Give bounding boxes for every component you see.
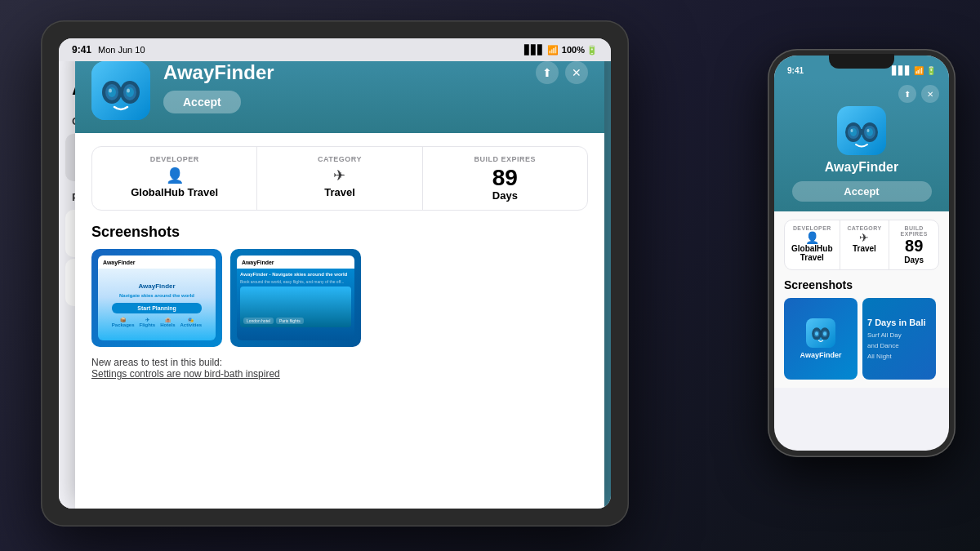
- svg-point-17: [127, 89, 130, 93]
- battery-indicator: 100% 🔋: [562, 45, 598, 56]
- screenshots-title: Screenshots: [91, 224, 588, 241]
- iphone-meta-category: CATEGORY ✈ Travel: [840, 220, 890, 269]
- iphone-ss-sub1: Surf All Day: [867, 331, 931, 339]
- ipad-date: Mon Jun 10: [98, 45, 145, 55]
- signal-icon: ▋▋▋: [524, 45, 544, 56]
- iphone-app-name: AwayFinder: [825, 160, 898, 175]
- meta-category-icon: ✈: [269, 167, 410, 184]
- meta-build-expires-num: 89: [434, 167, 576, 189]
- modal-body: DEVELOPER 👤 GlobalHub Travel CATEGORY ✈ …: [75, 133, 604, 503]
- meta-build-expires: BUILD EXPIRES 89 Days: [423, 147, 587, 210]
- modal-close-button[interactable]: ✕: [565, 61, 588, 84]
- iphone-modal-header: ⬆ ✕: [774, 78, 949, 211]
- iphone-meta: DEVELOPER 👤 GlobalHub Travel CATEGORY ✈ …: [784, 220, 939, 270]
- iphone-ss-logo: [806, 318, 835, 348]
- svg-point-26: [851, 129, 853, 132]
- scene: 9:41 Mon Jun 10 ▋▋▋ 📶 100% 🔋 Apps JA: [0, 0, 980, 551]
- iphone-wifi: 📶: [914, 66, 924, 75]
- ss-topbar-1: AwayFinder: [98, 256, 216, 269]
- modal-share-button[interactable]: ⬆: [536, 61, 559, 84]
- iphone-ss-brand: AwayFinder: [800, 351, 842, 359]
- ipad-time: 9:41: [72, 44, 91, 56]
- modal-meta: DEVELOPER 👤 GlobalHub Travel CATEGORY ✈ …: [91, 146, 588, 211]
- iphone-notch: [829, 54, 894, 69]
- battery-icon: 🔋: [586, 45, 598, 56]
- iphone-share-button[interactable]: ⬆: [898, 85, 916, 103]
- ipad-modal: AwayFinder Accept ⬆ ✕ DEVELOPER 👤 Global…: [75, 45, 604, 509]
- iphone-screenshots-row: AwayFinder 7 Days in Bali Surf All Day a…: [784, 298, 939, 380]
- iphone-status-icons: ▋▋▋ 📶 🔋: [892, 66, 936, 75]
- meta-build-expires-label: BUILD EXPIRES: [434, 155, 576, 163]
- iphone-meta-build-expires: BUILD EXPIRES 89 Days: [889, 220, 938, 269]
- ipad-statusbar: 9:41 Mon Jun 10 ▋▋▋ 📶 100% 🔋: [59, 38, 611, 61]
- ss-content-2: AwayFinder - Navigate skies around the w…: [237, 269, 354, 340]
- wifi-icon: 📶: [547, 45, 559, 56]
- iphone-ss-sub3: All Night: [867, 353, 931, 360]
- modal-app-icon: [91, 61, 150, 120]
- iphone-screenshot-1: AwayFinder: [784, 298, 858, 380]
- modal-app-info: AwayFinder Accept: [163, 61, 523, 113]
- iphone-accept-button[interactable]: Accept: [792, 181, 932, 202]
- screenshot-1: AwayFinder AwayFinder Navigate skies aro…: [91, 249, 222, 347]
- iphone-device: 9:41 ▋▋▋ 📶 🔋 ⬆ ✕: [768, 49, 956, 457]
- ipad-status-icons: ▋▋▋ 📶 100% 🔋: [524, 45, 598, 56]
- iphone-battery: 🔋: [926, 66, 936, 75]
- ipad-screen: 9:41 Mon Jun 10 ▋▋▋ 📶 100% 🔋 Apps JA: [59, 38, 611, 509]
- ss-content-1: AwayFinder Navigate skies around the wor…: [98, 269, 216, 340]
- modal-app-name: AwayFinder: [163, 61, 523, 84]
- iphone-screen: 9:41 ▋▋▋ 📶 🔋 ⬆ ✕: [774, 56, 949, 451]
- meta-build-expires-days: Days: [434, 189, 576, 202]
- iphone-close-button[interactable]: ✕: [921, 85, 939, 103]
- iphone-signal: ▋▋▋: [892, 66, 911, 75]
- meta-developer: DEVELOPER 👤 GlobalHub Travel: [92, 147, 257, 210]
- iphone-meta-developer: DEVELOPER 👤 GlobalHub Travel: [785, 220, 840, 269]
- ss-topbar-2: AwayFinder: [237, 256, 354, 269]
- meta-developer-label: DEVELOPER: [104, 155, 245, 163]
- svg-point-14: [108, 87, 116, 97]
- modal-header-actions: ⬆ ✕: [536, 61, 588, 84]
- iphone-screenshots-title: Screenshots: [784, 278, 939, 291]
- ipad-device: 9:41 Mon Jun 10 ▋▋▋ 📶 100% 🔋 Apps JA: [41, 20, 629, 527]
- svg-point-16: [109, 89, 112, 93]
- screenshots-row: AwayFinder AwayFinder Navigate skies aro…: [91, 249, 588, 347]
- iphone-ss-sub2: and Dance: [867, 342, 931, 349]
- svg-point-15: [126, 87, 134, 97]
- iphone-category-icon: ✈: [847, 231, 883, 244]
- iphone-time: 9:41: [787, 66, 804, 75]
- iphone-developer-icon: 👤: [791, 231, 833, 244]
- svg-point-34: [823, 331, 826, 335]
- screenshot-2: AwayFinder AwayFinder - Navigate skies a…: [230, 249, 361, 347]
- meta-developer-value: GlobalHub Travel: [104, 186, 245, 198]
- svg-point-33: [815, 331, 818, 335]
- iphone-app-icon: [837, 106, 886, 155]
- modal-accept-button[interactable]: Accept: [163, 91, 241, 113]
- iphone-modal-actions: ⬆ ✕: [898, 85, 939, 103]
- meta-category: CATEGORY ✈ Travel: [257, 147, 422, 210]
- meta-category-value: Travel: [269, 186, 410, 198]
- iphone-modal-body: DEVELOPER 👤 GlobalHub Travel CATEGORY ✈ …: [774, 211, 949, 388]
- svg-point-27: [867, 129, 870, 132]
- iphone-ss-headline: 7 Days in Bali: [867, 318, 931, 328]
- iphone-screenshot-2: 7 Days in Bali Surf All Day and Dance Al…: [862, 298, 936, 380]
- meta-developer-icon: 👤: [104, 167, 245, 184]
- meta-category-label: CATEGORY: [269, 155, 410, 163]
- note-text: New areas to test in this build: Setting…: [91, 357, 588, 380]
